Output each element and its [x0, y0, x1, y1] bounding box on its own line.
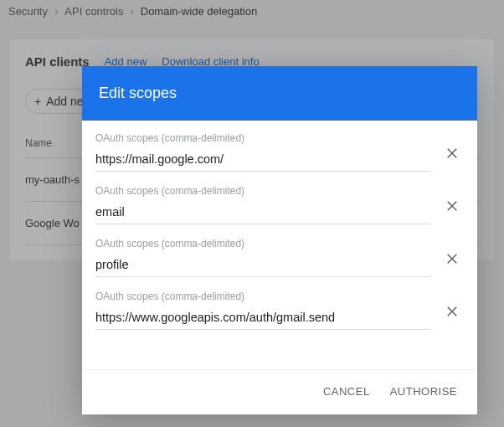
cancel-button[interactable]: CANCEL [323, 385, 370, 398]
dialog-title: Edit scopes [82, 66, 477, 121]
scope-row: OAuth scopes (comma-delimited) [95, 121, 464, 173]
scope-field-label: OAuth scopes (comma-delimited) [95, 185, 430, 197]
close-icon [445, 146, 460, 161]
scope-row: OAuth scopes (comma-delimited) [95, 226, 464, 279]
remove-scope-button[interactable] [440, 141, 464, 165]
scope-row: OAuth scopes (comma-delimited) [95, 279, 464, 332]
remove-scope-button[interactable] [440, 194, 464, 218]
dialog-footer: CANCEL AUTHORISE [82, 369, 477, 414]
dialog-body[interactable]: OAuth scopes (comma-delimited) OAuth sco… [82, 121, 477, 369]
remove-scope-button[interactable] [440, 300, 464, 323]
close-icon [445, 198, 460, 214]
close-icon [445, 251, 460, 266]
scope-input[interactable] [95, 307, 430, 330]
scope-row: OAuth scopes (comma-delimited) [95, 173, 464, 226]
scope-input[interactable] [95, 255, 430, 277]
authorise-button[interactable]: AUTHORISE [390, 385, 457, 398]
edit-scopes-dialog: Edit scopes OAuth scopes (comma-delimite… [82, 66, 477, 414]
scope-input[interactable] [95, 149, 430, 172]
scope-field-label: OAuth scopes (comma-delimited) [95, 132, 430, 144]
close-icon [445, 304, 460, 319]
scope-field-label: OAuth scopes (comma-delimited) [95, 238, 430, 250]
scope-input[interactable] [95, 202, 430, 224]
remove-scope-button[interactable] [440, 247, 464, 270]
scope-field-label: OAuth scopes (comma-delimited) [95, 291, 430, 302]
